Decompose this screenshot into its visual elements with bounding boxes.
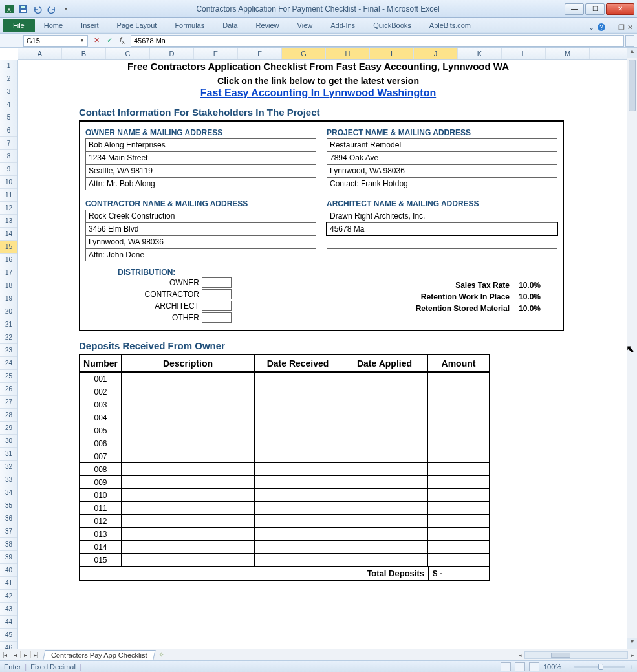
contractor-line3[interactable]: Lynnwood, WA 98036 [85,235,316,248]
zoom-slider[interactable] [574,666,625,668]
row-header-10[interactable]: 10 [0,176,17,189]
owner-line2[interactable]: 1234 Main Street [85,151,316,164]
hscroll-right-icon[interactable]: ▸ [628,652,637,658]
owner-line4[interactable]: Attn: Mr. Bob Along [85,177,316,190]
deposit-cell[interactable]: 012 [80,514,122,527]
formula-input[interactable]: 45678 Ma [131,35,624,47]
tab-file[interactable]: File [3,19,35,32]
deposit-cell[interactable] [122,488,255,501]
dist-other-box[interactable] [202,312,232,323]
zoom-in-icon[interactable]: + [629,663,633,671]
tab-quickbooks[interactable]: QuickBooks [364,19,420,32]
deposit-cell[interactable] [255,553,341,566]
row-header-11[interactable]: 11 [0,189,17,202]
deposit-cell[interactable] [255,527,341,540]
help-icon[interactable]: ? [597,23,606,32]
deposit-cell[interactable] [428,398,489,411]
row-header-2[interactable]: 2 [0,72,17,85]
deposit-cell[interactable] [122,527,255,540]
row-header-32[interactable]: 32 [0,461,17,473]
scroll-thumb[interactable] [629,60,636,111]
col-header-C[interactable]: C [106,48,150,59]
contractor-line2[interactable]: 3456 Elm Blvd [85,222,316,235]
deposit-cell[interactable] [255,411,341,424]
workbook-restore-icon[interactable]: ❐ [618,23,625,32]
maximize-button[interactable]: ☐ [585,3,605,15]
deposit-cell[interactable]: 011 [80,501,122,514]
fx-icon[interactable]: fx [116,36,128,45]
tab-insert[interactable]: Insert [72,19,108,32]
deposit-row[interactable]: 003 [80,398,489,411]
project-line2[interactable]: 7894 Oak Ave [327,151,557,164]
row-header-29[interactable]: 29 [0,422,17,435]
horizontal-scrollbar[interactable]: ◂ ▸ [515,651,637,659]
row-header-12[interactable]: 12 [0,202,17,215]
row-header-16[interactable]: 16 [0,254,17,266]
deposit-cell[interactable] [122,514,255,527]
dist-owner-box[interactable] [202,277,232,288]
tab-view[interactable]: View [288,19,322,32]
deposit-cell[interactable] [255,450,341,462]
row-header-40[interactable]: 40 [0,564,17,577]
deposit-cell[interactable] [122,424,255,437]
col-header-H[interactable]: H [326,48,370,59]
row-header-8[interactable]: 8 [0,150,17,163]
deposit-cell[interactable] [122,540,255,553]
tab-nav-last-icon[interactable]: ▸| [31,651,41,658]
minimize-button[interactable]: — [565,3,584,15]
deposit-cell[interactable] [428,514,489,527]
deposit-cell[interactable] [122,398,255,411]
deposit-cell[interactable] [428,450,489,462]
deposit-row[interactable]: 007 [80,450,489,462]
row-header-6[interactable]: 6 [0,124,17,137]
row-header-45[interactable]: 45 [0,629,17,642]
deposit-cell[interactable] [122,411,255,424]
row-header-7[interactable]: 7 [0,137,17,150]
deposit-cell[interactable] [255,424,341,437]
owner-line3[interactable]: Seattle, WA 98119 [85,164,316,177]
row-header-3[interactable]: 3 [0,85,17,98]
deposit-cell[interactable] [341,488,428,501]
row-header-1[interactable]: 1 [0,60,17,72]
deposit-cell[interactable] [428,553,489,566]
page-link[interactable]: Fast Easy Accounting In Lynnwood Washing… [47,87,590,99]
col-header-K[interactable]: K [458,48,502,59]
deposit-cell[interactable] [255,514,341,527]
close-button[interactable]: ✕ [606,3,634,15]
zoom-out-icon[interactable]: − [565,663,569,671]
deposit-cell[interactable] [255,488,341,501]
row-header-31[interactable]: 31 [0,448,17,461]
deposit-cell[interactable] [341,475,428,488]
deposit-row[interactable]: 002 [80,385,489,398]
save-icon[interactable] [17,3,30,16]
deposit-row[interactable]: 004 [80,411,489,424]
row-header-9[interactable]: 9 [0,163,17,176]
deposit-cell[interactable] [341,398,428,411]
deposit-cell[interactable] [122,437,255,450]
contractor-line1[interactable]: Rock Creek Construction [85,210,316,222]
deposit-cell[interactable] [428,501,489,514]
view-pagebreak-icon[interactable] [529,662,539,671]
deposit-cell[interactable] [122,553,255,566]
col-header-B[interactable]: B [62,48,106,59]
deposit-cell[interactable]: 004 [80,411,122,424]
row-header-39[interactable]: 39 [0,551,17,564]
tab-addins[interactable]: Add-Ins [321,19,364,32]
deposit-cell[interactable]: 015 [80,553,122,566]
deposit-row[interactable]: 008 [80,462,489,475]
deposit-cell[interactable] [341,372,428,385]
deposit-cell[interactable] [428,372,489,385]
deposit-cell[interactable] [255,385,341,398]
tab-ablebits[interactable]: AbleBits.com [420,19,480,32]
dist-contractor-box[interactable] [202,289,232,299]
tab-nav-prev-icon[interactable]: ◂ [10,651,21,658]
cancel-formula-icon[interactable]: ✕ [91,36,102,45]
deposit-cell[interactable] [341,385,428,398]
col-header-L[interactable]: L [502,48,546,59]
row-header-22[interactable]: 22 [0,331,17,344]
deposit-cell[interactable] [428,424,489,437]
deposit-cell[interactable]: 009 [80,475,122,488]
name-box-dropdown-icon[interactable]: ▼ [80,38,85,43]
hscroll-left-icon[interactable]: ◂ [515,652,524,658]
row-header-17[interactable]: 17 [0,266,17,279]
